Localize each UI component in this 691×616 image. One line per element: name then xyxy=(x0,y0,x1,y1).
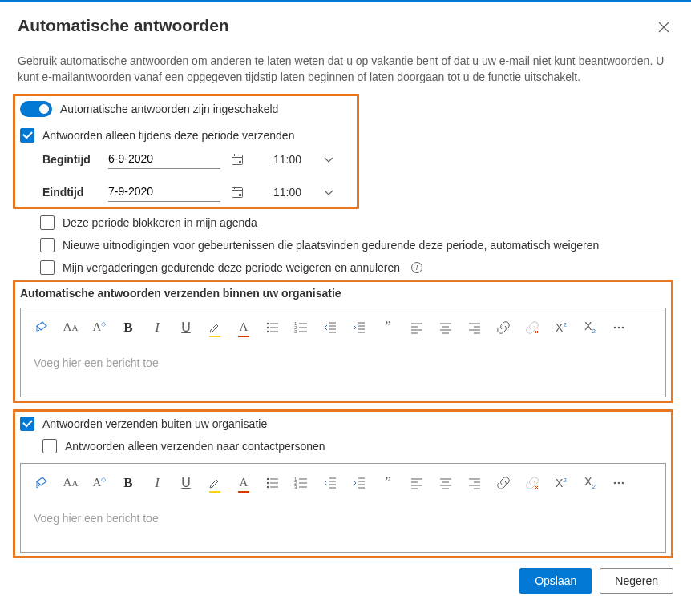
internal-toolbar: AAA◇BIUA123”X2X2 xyxy=(21,308,665,347)
align-left-icon[interactable] xyxy=(409,320,425,336)
enable-toggle[interactable] xyxy=(20,101,52,117)
decline-new-label: Nieuwe uitnodigingen voor gebeurtenissen… xyxy=(63,239,599,252)
link-icon[interactable] xyxy=(495,475,511,491)
unlink-icon[interactable] xyxy=(524,320,540,336)
highlight-icon[interactable] xyxy=(207,475,223,491)
format-painter-icon[interactable] xyxy=(34,475,50,491)
unlink-icon[interactable] xyxy=(524,475,540,491)
format-painter-icon[interactable] xyxy=(34,320,50,336)
quote-icon[interactable]: ” xyxy=(380,475,396,491)
bullet-list-icon[interactable] xyxy=(265,320,281,336)
svg-point-15 xyxy=(267,485,269,487)
more-icon[interactable] xyxy=(611,475,627,491)
end-time-value[interactable]: 11:00 xyxy=(273,186,320,199)
start-time-value[interactable]: 11:00 xyxy=(273,153,320,166)
svg-point-14 xyxy=(267,481,269,483)
cancel-button[interactable]: Negeren xyxy=(600,568,673,594)
svg-rect-1 xyxy=(239,161,241,163)
bold-icon[interactable]: B xyxy=(120,320,136,336)
contacts-only-label: Antwoorden alleen verzenden naar contact… xyxy=(65,440,325,453)
enable-toggle-label: Automatische antwoorden zijn ingeschakel… xyxy=(60,103,278,115)
dialog-title: Automatische antwoorden xyxy=(18,16,673,35)
subscript-icon[interactable]: X2 xyxy=(582,475,598,491)
contacts-only-checkbox[interactable] xyxy=(42,439,57,453)
outdent-icon[interactable] xyxy=(322,320,338,336)
internal-editor[interactable]: Voeg hier een bericht toe xyxy=(21,347,665,397)
cancel-meetings-checkbox[interactable] xyxy=(40,260,55,275)
svg-point-12 xyxy=(622,326,624,328)
internal-heading: Automatische antwoorden verzenden binnen… xyxy=(20,287,666,300)
align-right-icon[interactable] xyxy=(467,320,483,336)
more-icon[interactable] xyxy=(611,320,627,336)
calendar-icon[interactable] xyxy=(228,183,246,201)
svg-point-13 xyxy=(267,477,269,479)
svg-point-11 xyxy=(618,326,620,328)
font-color-icon[interactable]: A xyxy=(236,475,252,491)
svg-point-4 xyxy=(267,322,269,324)
external-toolbar: AAA◇BIUA123”X2X2 xyxy=(21,464,665,502)
number-list-icon[interactable]: 123 xyxy=(293,320,309,336)
save-button[interactable]: Opslaan xyxy=(519,568,592,594)
underline-icon[interactable]: U xyxy=(178,475,194,491)
svg-point-21 xyxy=(622,481,624,484)
align-center-icon[interactable] xyxy=(438,475,454,491)
link-icon[interactable] xyxy=(495,320,511,336)
intro-text: Gebruik automatische antwoorden om ander… xyxy=(18,53,673,86)
italic-icon[interactable]: I xyxy=(149,475,165,491)
highlight-icon[interactable] xyxy=(207,320,223,336)
svg-point-20 xyxy=(618,481,620,484)
superscript-icon[interactable]: X2 xyxy=(553,320,569,336)
bullet-list-icon[interactable] xyxy=(265,475,281,491)
decline-new-checkbox[interactable] xyxy=(40,238,55,252)
italic-icon[interactable]: I xyxy=(149,320,165,336)
end-date-input[interactable] xyxy=(108,183,220,202)
info-icon[interactable]: i xyxy=(411,262,422,273)
start-date-input[interactable] xyxy=(108,151,220,169)
calendar-icon[interactable] xyxy=(228,151,246,168)
font-color-icon[interactable]: A xyxy=(236,320,252,336)
svg-rect-3 xyxy=(239,194,241,196)
quote-icon[interactable]: ” xyxy=(380,320,396,336)
superscript-icon[interactable]: X2 xyxy=(553,475,569,491)
block-calendar-label: Deze periode blokkeren in mijn agenda xyxy=(63,216,257,229)
external-enable-checkbox[interactable] xyxy=(20,417,34,431)
align-left-icon[interactable] xyxy=(409,475,425,491)
font-decrease-icon[interactable]: AA xyxy=(63,320,79,336)
indent-icon[interactable] xyxy=(351,475,367,491)
font-increase-icon[interactable]: A◇ xyxy=(91,320,107,336)
start-time-label: Begintijd xyxy=(42,153,108,166)
bold-icon[interactable]: B xyxy=(120,475,136,491)
svg-point-5 xyxy=(267,326,269,328)
end-time-label: Eindtijd xyxy=(42,186,108,199)
svg-point-6 xyxy=(267,330,269,332)
underline-icon[interactable]: U xyxy=(178,320,194,336)
period-label: Antwoorden alleen tijdens deze periode v… xyxy=(42,129,294,142)
align-center-icon[interactable] xyxy=(438,320,454,336)
cancel-meetings-label: Mijn vergaderingen gedurende deze period… xyxy=(63,261,400,274)
svg-text:3: 3 xyxy=(294,485,297,489)
chevron-down-icon[interactable] xyxy=(320,151,337,168)
block-calendar-checkbox[interactable] xyxy=(40,215,55,230)
chevron-down-icon[interactable] xyxy=(320,183,337,201)
outdent-icon[interactable] xyxy=(322,475,338,491)
svg-point-10 xyxy=(614,326,616,328)
font-increase-icon[interactable]: A◇ xyxy=(91,475,107,491)
external-editor[interactable]: Voeg hier een bericht toe xyxy=(21,502,665,552)
font-decrease-icon[interactable]: AA xyxy=(63,475,79,491)
svg-point-19 xyxy=(614,481,616,484)
svg-text:3: 3 xyxy=(294,329,297,334)
close-icon[interactable] xyxy=(657,21,672,35)
align-right-icon[interactable] xyxy=(467,475,483,491)
external-enable-label: Antwoorden verzenden buiten uw organisat… xyxy=(42,417,267,430)
number-list-icon[interactable]: 123 xyxy=(293,475,309,491)
subscript-icon[interactable]: X2 xyxy=(582,320,598,336)
period-checkbox[interactable] xyxy=(20,128,34,143)
indent-icon[interactable] xyxy=(351,320,367,336)
